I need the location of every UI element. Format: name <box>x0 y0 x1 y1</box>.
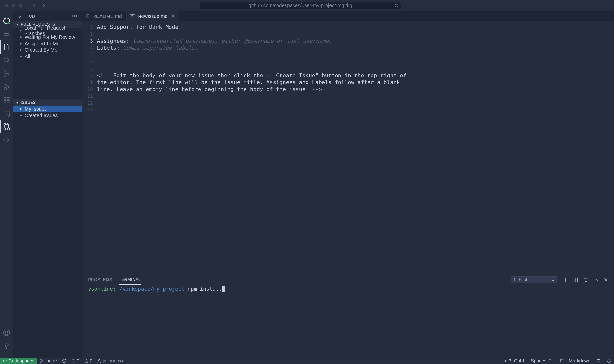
svg-point-2 <box>7 22 10 25</box>
github-pr-icon[interactable] <box>0 120 13 133</box>
svg-point-24 <box>42 360 43 361</box>
pr-waiting-review[interactable]: ▾Waiting For My Review <box>13 34 82 40</box>
minimize-window-icon[interactable] <box>12 4 15 7</box>
language-mode[interactable]: Markdown <box>566 358 593 364</box>
run-debug-icon[interactable] <box>0 80 13 93</box>
chevron-up-icon[interactable] <box>594 278 598 282</box>
github-logo-icon[interactable] <box>0 14 13 27</box>
tab-newissue[interactable]: M↓ NewIssue.md ✕ <box>126 11 179 21</box>
pr-created-by-me[interactable]: ▾Created By Me <box>13 47 82 53</box>
assignees-placeholder: Comma-separated usernames, either @usern… <box>133 38 332 44</box>
new-terminal-icon[interactable] <box>563 277 568 282</box>
cursor-position[interactable]: Ln 3, Col 1 <box>499 358 528 364</box>
nav-forward-icon[interactable] <box>41 3 46 8</box>
eol[interactable]: LF <box>554 358 566 364</box>
issues-my-issues[interactable]: ▾My Issues <box>13 106 82 112</box>
url-bar[interactable]: github.com/codespaces/user-my-project-mg… <box>200 2 401 9</box>
panel-tabs: PROBLEMS TERMINAL 1: bash ⌄ <box>82 275 614 285</box>
trash-icon[interactable] <box>583 277 588 282</box>
terminal-user: vsonline <box>88 286 113 292</box>
sidebar-title-text: GITHUB <box>18 14 35 19</box>
sync-icon[interactable] <box>60 358 69 364</box>
labels-placeholder: Comma-separated labels. <box>123 45 198 51</box>
issue-title: Add Support for Dark Mode <box>97 24 614 30</box>
check-icon: ✓ <box>266 72 270 78</box>
close-icon[interactable]: ✕ <box>171 14 175 19</box>
notifications-icon[interactable] <box>604 358 614 364</box>
svg-point-4 <box>4 71 6 72</box>
nav-back-icon[interactable] <box>32 3 36 8</box>
errors-count[interactable]: 0 <box>69 358 82 364</box>
status-bar: Codespaces main* 0 0 jasonetco Ln 3, Col… <box>0 358 614 364</box>
menu-icon[interactable] <box>0 27 13 40</box>
tab-label: README.md <box>92 14 122 19</box>
terminal-select[interactable]: 1: bash ⌄ <box>511 276 557 283</box>
svg-point-15 <box>4 128 6 130</box>
tab-label: NewIssue.md <box>138 14 168 19</box>
sidebar: GITHUB ••• ▾ PULL REQUESTS ▾Local Pull R… <box>13 11 82 358</box>
tab-problems[interactable]: PROBLEMS <box>88 275 112 284</box>
line-gutter: 1 2 3 4 5 6 7 8 9 10 11 12 13 <box>82 24 97 275</box>
terminal-cursor <box>222 286 225 292</box>
svg-rect-11 <box>7 101 9 103</box>
svg-rect-9 <box>7 98 9 100</box>
info-icon: ⓘ <box>86 14 90 19</box>
svg-point-22 <box>40 359 41 360</box>
svg-point-20 <box>5 345 8 348</box>
close-window-icon[interactable] <box>5 4 8 7</box>
feedback-icon[interactable] <box>593 358 604 364</box>
svg-point-26 <box>98 359 100 361</box>
pr-local-branches[interactable]: ▾Local Pull Request Branches <box>13 28 82 34</box>
extensions-icon[interactable] <box>0 93 13 107</box>
svg-point-13 <box>7 114 10 117</box>
terminal[interactable]: vsonline:~/workspace/my_project npm inst… <box>82 285 614 358</box>
reload-icon[interactable] <box>394 3 399 8</box>
code-content[interactable]: Add Support for Dark Mode Assignees: Com… <box>97 24 614 275</box>
svg-point-14 <box>4 123 6 125</box>
url-text: github.com/codespaces/user-my-project-mg… <box>248 3 352 8</box>
pr-all[interactable]: ▾All <box>13 53 82 60</box>
terminal-command: npm install <box>184 286 222 292</box>
section-issues[interactable]: ▾ ISSUES <box>13 99 82 106</box>
svg-point-16 <box>7 128 9 130</box>
tab-terminal[interactable]: TERMINAL <box>119 275 141 285</box>
sidebar-header: GITHUB ••• <box>13 11 82 21</box>
chevron-down-icon: ▾ <box>15 101 20 105</box>
live-share-user[interactable]: jasonetco <box>95 358 125 364</box>
codespaces-indicator[interactable]: Codespaces <box>0 358 37 364</box>
terminal-path: ~/workspace/my_project <box>116 286 184 292</box>
window-controls <box>5 4 22 7</box>
accounts-icon[interactable] <box>0 326 13 339</box>
svg-rect-10 <box>4 101 6 103</box>
section-label: ISSUES <box>21 100 36 105</box>
activity-bar <box>0 11 13 358</box>
svg-point-6 <box>7 73 9 75</box>
pr-assigned-to-me[interactable]: ▾Assigned To Me <box>13 40 82 47</box>
remote-explorer-icon[interactable] <box>0 107 13 120</box>
more-actions-icon[interactable]: ••• <box>71 14 77 19</box>
search-icon[interactable] <box>0 54 13 67</box>
bottom-panel: PROBLEMS TERMINAL 1: bash ⌄ vsonline:~/w… <box>82 275 614 358</box>
split-terminal-icon[interactable] <box>573 277 578 282</box>
git-branch[interactable]: main* <box>37 358 60 364</box>
editor-area: ⓘ README.md M↓ NewIssue.md ✕ 1 2 3 4 5 6… <box>82 11 614 358</box>
indentation[interactable]: Spaces: 2 <box>528 358 555 364</box>
markdown-icon: M↓ <box>130 14 135 18</box>
editor[interactable]: 1 2 3 4 5 6 7 8 9 10 11 12 13 Add Suppor… <box>82 21 614 275</box>
zoom-window-icon[interactable] <box>19 4 22 7</box>
titlebar: github.com/codespaces/user-my-project-mg… <box>0 0 614 11</box>
chevron-down-icon: ⌄ <box>551 277 555 283</box>
svg-point-23 <box>40 362 41 363</box>
explorer-icon[interactable] <box>0 40 13 54</box>
source-control-icon[interactable] <box>0 67 13 80</box>
settings-gear-icon[interactable] <box>0 339 13 353</box>
close-panel-icon[interactable] <box>604 278 608 282</box>
svg-point-3 <box>4 58 8 62</box>
tab-bar: ⓘ README.md M↓ NewIssue.md ✕ <box>82 11 614 21</box>
warnings-count[interactable]: 0 <box>82 358 95 364</box>
issues-created[interactable]: ▾Created Issues <box>13 112 82 119</box>
tab-readme[interactable]: ⓘ README.md <box>82 11 126 21</box>
svg-rect-8 <box>4 98 6 100</box>
live-share-icon[interactable] <box>0 133 13 147</box>
svg-point-5 <box>4 75 6 76</box>
